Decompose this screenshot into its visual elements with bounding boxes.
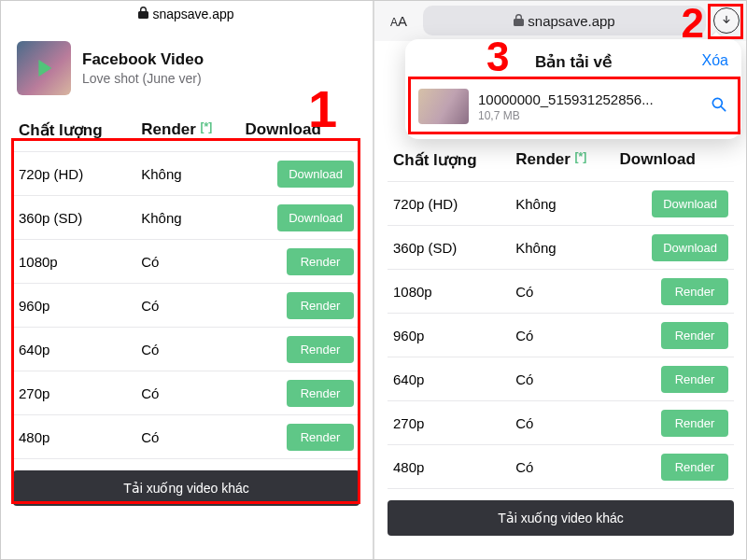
table-row: 640pCóRender bbox=[388, 357, 734, 401]
browser-toolbar-right: AA snapsave.app bbox=[374, 0, 747, 41]
download-button[interactable]: Download bbox=[652, 190, 728, 217]
cell-render: Không bbox=[141, 166, 245, 182]
cell-quality: 270p bbox=[13, 385, 141, 401]
download-other-button[interactable]: Tải xuống video khác bbox=[13, 470, 359, 506]
cell-quality: 480p bbox=[388, 459, 515, 475]
cell-render: Không bbox=[515, 196, 619, 212]
th-quality: Chất lượng bbox=[388, 150, 515, 170]
cell-render: Có bbox=[515, 459, 619, 475]
cell-render: Không bbox=[141, 210, 245, 226]
table-row: 640pCóRender bbox=[13, 328, 359, 371]
cell-action: Download bbox=[246, 161, 359, 188]
render-button[interactable]: Render bbox=[287, 336, 354, 363]
cell-action: Render bbox=[620, 278, 734, 305]
downloads-button[interactable] bbox=[713, 7, 740, 34]
render-button[interactable]: Render bbox=[661, 454, 728, 481]
render-button[interactable]: Render bbox=[287, 248, 354, 275]
render-button[interactable]: Render bbox=[661, 366, 728, 393]
cell-render: Có bbox=[515, 328, 619, 343]
cell-action: Download bbox=[246, 204, 359, 231]
cell-render: Có bbox=[515, 415, 619, 431]
th-quality: Chất lượng bbox=[13, 120, 141, 140]
table-row: 270pCóRender bbox=[388, 401, 734, 445]
download-other-button[interactable]: Tải xuống video khác bbox=[388, 500, 734, 536]
cell-render: Có bbox=[141, 298, 245, 314]
lock-icon bbox=[138, 7, 148, 21]
table-row: 360p (SD)KhôngDownload bbox=[388, 226, 734, 270]
table-row: 960pCóRender bbox=[388, 314, 734, 357]
cell-action: Render bbox=[246, 336, 359, 363]
address-domain: snapsave.app bbox=[528, 13, 614, 29]
download-item-thumb bbox=[418, 89, 469, 124]
cell-quality: 720p (HD) bbox=[388, 196, 515, 212]
downloads-popover: Bản tải về Xóa 10000000_515931252856... … bbox=[405, 39, 741, 139]
render-button[interactable]: Render bbox=[287, 292, 354, 319]
magnifier-icon[interactable] bbox=[710, 95, 728, 118]
th-download: Download bbox=[246, 120, 359, 139]
lock-icon bbox=[514, 13, 524, 29]
download-item-size: 10,7 MB bbox=[478, 109, 700, 122]
cell-quality: 360p (SD) bbox=[388, 240, 515, 256]
table-row: 1080pCóRender bbox=[388, 270, 734, 314]
render-button[interactable]: Render bbox=[287, 424, 354, 451]
cell-action: Download bbox=[620, 190, 734, 217]
video-thumbnail bbox=[17, 41, 71, 95]
cell-action: Download bbox=[620, 234, 734, 261]
table-header: Chất lượng Render [*] Download bbox=[388, 138, 734, 182]
cell-quality: 1080p bbox=[13, 254, 141, 270]
download-button[interactable]: Download bbox=[277, 204, 354, 231]
render-button[interactable]: Render bbox=[661, 410, 728, 437]
quality-table: Chất lượng Render [*] Download 720p (HD)… bbox=[13, 108, 359, 459]
cell-action: Render bbox=[620, 322, 734, 349]
downloads-title: Bản tải về bbox=[535, 52, 612, 72]
cell-render: Có bbox=[141, 385, 245, 401]
svg-line-1 bbox=[722, 107, 726, 111]
th-render: Render [*] bbox=[515, 150, 619, 169]
downloads-clear-button[interactable]: Xóa bbox=[702, 52, 728, 69]
table-row: 480pCóRender bbox=[13, 415, 359, 459]
cell-quality: 960p bbox=[388, 328, 515, 343]
cell-action: Render bbox=[620, 410, 734, 437]
panel-step2: AA snapsave.app Chất lượng Render [*] Do… bbox=[374, 0, 747, 560]
download-item-name: 10000000_515931252856... bbox=[478, 91, 700, 107]
table-row: 360p (SD)KhôngDownload bbox=[13, 196, 359, 240]
video-title: Facebook Video bbox=[82, 50, 204, 69]
cell-action: Render bbox=[246, 424, 359, 451]
download-item[interactable]: 10000000_515931252856... 10,7 MB bbox=[405, 81, 741, 132]
cell-action: Render bbox=[246, 248, 359, 275]
table-row: 720p (HD)KhôngDownload bbox=[13, 152, 359, 196]
cell-action: Render bbox=[620, 454, 734, 481]
table-row: 720p (HD)KhôngDownload bbox=[388, 182, 734, 226]
th-download: Download bbox=[620, 150, 734, 169]
video-info: Facebook Video Love shot (June ver) bbox=[0, 28, 373, 108]
address-domain: snapsave.app bbox=[152, 7, 233, 21]
cell-action: Render bbox=[620, 366, 734, 393]
cell-quality: 960p bbox=[13, 298, 141, 314]
table-body-right: 720p (HD)KhôngDownload360p (SD)KhôngDown… bbox=[388, 182, 734, 489]
table-body-left: 720p (HD)KhôngDownload360p (SD)KhôngDown… bbox=[13, 152, 359, 459]
render-button[interactable]: Render bbox=[661, 322, 728, 349]
cell-quality: 720p (HD) bbox=[13, 166, 141, 182]
render-button[interactable]: Render bbox=[661, 278, 728, 305]
text-size-button[interactable]: AA bbox=[382, 13, 416, 29]
cell-quality: 480p bbox=[13, 429, 141, 445]
table-row: 960pCóRender bbox=[13, 284, 359, 328]
cell-action: Render bbox=[246, 380, 359, 407]
cell-quality: 1080p bbox=[388, 284, 515, 300]
download-button[interactable]: Download bbox=[652, 234, 728, 261]
cell-render: Có bbox=[141, 429, 245, 445]
cell-render: Có bbox=[141, 342, 245, 357]
cell-quality: 360p (SD) bbox=[13, 210, 141, 226]
table-header: Chất lượng Render [*] Download bbox=[13, 108, 359, 152]
table-row: 480pCóRender bbox=[388, 445, 734, 489]
address-pill[interactable]: snapsave.app bbox=[423, 6, 706, 35]
download-button[interactable]: Download bbox=[277, 161, 354, 188]
quality-table: Chất lượng Render [*] Download 720p (HD)… bbox=[388, 138, 734, 489]
cell-quality: 640p bbox=[388, 371, 515, 387]
cell-render: Có bbox=[141, 254, 245, 270]
cell-quality: 270p bbox=[388, 415, 515, 431]
table-row: 270pCóRender bbox=[13, 371, 359, 415]
svg-point-0 bbox=[712, 98, 722, 107]
table-row: 1080pCóRender bbox=[13, 240, 359, 284]
render-button[interactable]: Render bbox=[287, 380, 354, 407]
